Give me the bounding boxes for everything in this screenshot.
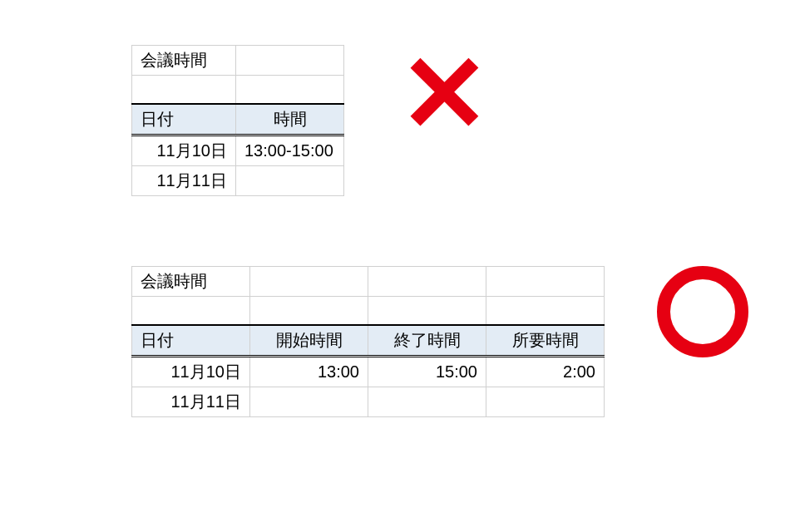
table-title: 会議時間 [132,46,236,76]
cross-icon: ✕ [399,40,490,148]
header-duration: 所要時間 [486,325,605,357]
empty-cell [486,267,605,297]
cell-end [368,387,486,416]
cell-date: 11月10日 [132,135,236,165]
header-date: 日付 [132,325,250,357]
good-example-table: 会議時間 日付 開始時間 終了時間 所要時間 11月10日 13:00 15:0… [131,266,605,417]
table-row: 11月11日 [132,387,605,416]
circle-icon [657,266,748,357]
cell-date: 11月11日 [132,387,250,416]
empty-cell [236,46,344,76]
header-row: 日付 時間 [132,104,344,135]
cell-date: 11月10日 [132,356,250,387]
cell-start [250,387,368,416]
header-start: 開始時間 [250,325,368,357]
cell-duration: 2:00 [486,356,605,387]
bad-example-table: 会議時間 日付 時間 11月10日 13:00-15:00 11月11日 [131,45,344,196]
cell-start: 13:00 [250,356,368,387]
empty-row [132,297,605,325]
empty-cell [250,267,368,297]
empty-cell [132,297,250,325]
header-time: 時間 [236,104,344,135]
table-row: 11月10日 13:00-15:00 [132,135,344,165]
cell-time [236,165,344,195]
empty-cell [132,76,236,104]
title-row: 会議時間 [132,267,605,297]
empty-cell [368,297,486,325]
empty-row [132,76,344,104]
table-row: 11月11日 [132,165,344,195]
title-row: 会議時間 [132,46,344,76]
table-row: 11月10日 13:00 15:00 2:00 [132,356,605,387]
empty-cell [486,297,605,325]
table-title: 会議時間 [132,267,250,297]
cell-end: 15:00 [368,356,486,387]
header-row: 日付 開始時間 終了時間 所要時間 [132,325,605,357]
header-date: 日付 [132,104,236,135]
empty-cell [236,76,344,104]
good-example-block: 会議時間 日付 開始時間 終了時間 所要時間 11月10日 13:00 15:0… [131,266,605,417]
cell-duration [486,387,605,416]
empty-cell [250,297,368,325]
header-end: 終了時間 [368,325,486,357]
bad-example-block: 会議時間 日付 時間 11月10日 13:00-15:00 11月11日 [131,45,344,196]
empty-cell [368,267,486,297]
cell-time: 13:00-15:00 [236,135,344,165]
cell-date: 11月11日 [132,165,236,195]
